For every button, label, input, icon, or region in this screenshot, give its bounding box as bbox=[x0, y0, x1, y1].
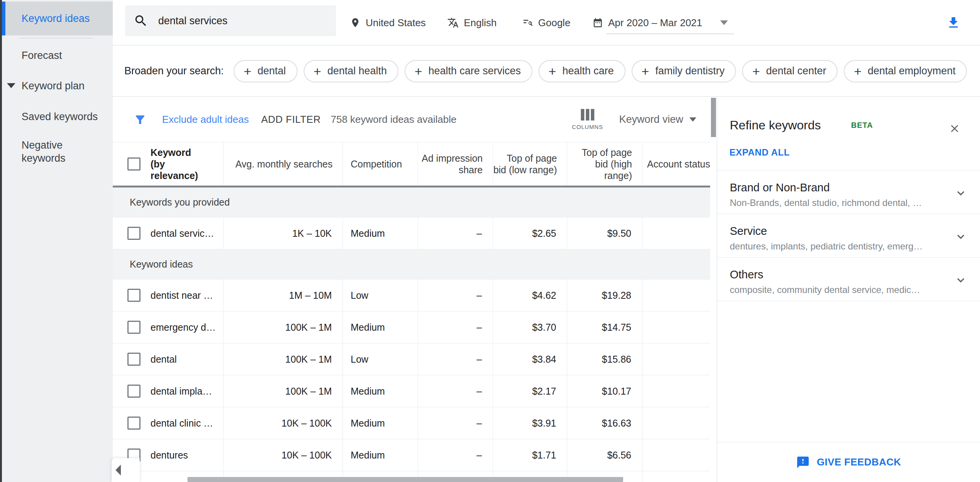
section-title: Keywords you provided bbox=[130, 197, 230, 208]
column-header[interactable]: Top of page bid (high range) bbox=[567, 142, 642, 186]
refine-group[interactable]: Otherscomposite, community dental servic… bbox=[717, 258, 980, 301]
add-filter-button[interactable]: ADD FILTER bbox=[261, 114, 321, 126]
plus-icon: + bbox=[244, 65, 251, 78]
table-row[interactable]: dental100K – 1MLow–$3.84$15.86 bbox=[113, 343, 710, 375]
top-bid-high-cell: $10.17 bbox=[567, 375, 642, 407]
refine-groups: Brand or Non-BrandNon-Brands, dental stu… bbox=[717, 171, 980, 301]
sidebar-divider bbox=[20, 38, 93, 38]
table-row[interactable]: dental impla…100K – 1MMedium–$2.17$10.17 bbox=[113, 375, 710, 407]
row-checkbox[interactable] bbox=[127, 289, 140, 302]
keyword-view-dropdown[interactable]: Keyword view bbox=[619, 114, 696, 126]
select-all-checkbox[interactable] bbox=[127, 157, 140, 171]
refine-group-subtitle: Non-Brands, dental studio, richmond dent… bbox=[730, 197, 945, 208]
give-feedback-label: GIVE FEEDBACK bbox=[817, 456, 901, 468]
sidebar-item-keyword-plan[interactable]: Keyword plan bbox=[22, 80, 85, 92]
broaden-chip-label: dental bbox=[258, 65, 286, 77]
date-underline bbox=[606, 33, 734, 34]
competition-cell: Low bbox=[343, 343, 418, 375]
refine-group-title: Service bbox=[730, 225, 945, 238]
keyword-cell: dentist near … bbox=[113, 279, 224, 311]
top-bid-low-cell: $3.70 bbox=[493, 311, 567, 343]
download-icon bbox=[946, 15, 961, 30]
column-header[interactable]: Account status bbox=[642, 142, 710, 186]
close-icon[interactable] bbox=[948, 122, 961, 135]
sidebar-item-negative-keywords[interactable]: Negative keywords bbox=[22, 139, 91, 165]
table-header-row: Keyword (by relevance)Avg. monthly searc… bbox=[113, 142, 710, 187]
search-icon bbox=[134, 13, 148, 28]
column-header[interactable]: Keyword (by relevance) bbox=[113, 142, 224, 186]
vertical-scrollbar[interactable] bbox=[711, 98, 716, 137]
keyword-text: dental bbox=[151, 354, 177, 365]
language-value: English bbox=[464, 17, 497, 29]
sidebar-item-forecast[interactable]: Forecast bbox=[22, 50, 62, 62]
broaden-chip-label: dental health bbox=[327, 65, 387, 77]
ad-impression-share-cell: – bbox=[418, 343, 493, 375]
columns-button[interactable]: COLUMNS bbox=[572, 109, 603, 130]
chevron-down-icon bbox=[955, 230, 967, 243]
table-row[interactable]: dentures10K – 100KMedium–$1.71$6.56 bbox=[113, 439, 710, 471]
row-checkbox[interactable] bbox=[127, 385, 140, 398]
keyword-text: dentures bbox=[151, 450, 188, 461]
row-checkbox[interactable] bbox=[127, 227, 140, 240]
refine-group[interactable]: Brand or Non-BrandNon-Brands, dental stu… bbox=[717, 171, 980, 214]
keyword-text: dentist near … bbox=[151, 290, 213, 301]
column-header[interactable]: Competition bbox=[343, 142, 418, 186]
horizontal-scrollbar[interactable] bbox=[187, 477, 623, 482]
row-checkbox[interactable] bbox=[127, 321, 140, 334]
beta-badge: BETA bbox=[851, 121, 873, 130]
feedback-icon bbox=[796, 455, 810, 469]
search-input[interactable]: dental services bbox=[125, 5, 336, 36]
refine-group[interactable]: Servicedentures, implants, pediatric den… bbox=[717, 214, 980, 258]
top-bid-low-cell: $4.62 bbox=[493, 279, 567, 311]
refine-group-title: Brand or Non-Brand bbox=[730, 181, 945, 194]
top-bid-low-cell: $3.91 bbox=[493, 407, 567, 439]
language-setting[interactable]: English bbox=[447, 0, 497, 45]
sidebar-item-saved-keywords[interactable]: Saved keywords bbox=[22, 111, 98, 123]
download-button[interactable] bbox=[946, 0, 961, 45]
broaden-chip[interactable]: +dental health bbox=[304, 60, 399, 82]
chevron-down-icon[interactable] bbox=[7, 83, 15, 88]
plus-icon: + bbox=[415, 65, 422, 78]
top-bid-high-cell: $19.28 bbox=[567, 279, 642, 311]
top-bid-high-cell: $6.56 bbox=[567, 439, 642, 471]
table-row[interactable]: dental clinic …10K – 100KMedium–$3.91$16… bbox=[113, 407, 710, 439]
network-setting[interactable]: Google bbox=[522, 0, 570, 45]
broaden-chip-label: health care bbox=[562, 65, 614, 77]
exclude-adult-ideas-link[interactable]: Exclude adult ideas bbox=[162, 114, 249, 126]
location-setting[interactable]: United States bbox=[350, 0, 426, 45]
broaden-chip[interactable]: +family dentistry bbox=[632, 60, 736, 82]
row-checkbox[interactable] bbox=[127, 417, 140, 430]
row-checkbox[interactable] bbox=[127, 353, 140, 366]
table-row[interactable]: dental servic…1K – 10KMedium–$2.65$9.50 bbox=[113, 218, 710, 249]
broaden-chip-label: family dentistry bbox=[655, 65, 724, 77]
collapse-panel-button[interactable] bbox=[112, 458, 140, 482]
broaden-chip[interactable]: +dental bbox=[234, 60, 297, 82]
column-header[interactable]: Ad impression share bbox=[418, 142, 493, 186]
table-row[interactable]: emergency d…100K – 1MMedium–$3.70$14.75 bbox=[113, 311, 710, 343]
column-header[interactable]: Avg. monthly searches bbox=[224, 142, 343, 186]
chevron-left-icon bbox=[115, 465, 121, 475]
top-bid-high-cell: $9.50 bbox=[567, 218, 642, 249]
calendar-icon bbox=[592, 17, 603, 28]
date-range-picker[interactable]: Apr 2020 – Mar 2021 bbox=[592, 0, 728, 45]
filter-icon[interactable] bbox=[134, 113, 147, 126]
expand-all-link[interactable]: EXPAND ALL bbox=[729, 147, 790, 158]
avg-monthly-searches-cell: 1M – 10M bbox=[224, 279, 343, 311]
account-status-cell bbox=[642, 218, 710, 249]
table-row[interactable]: dentist near …1M – 10MLow–$4.62$19.28 bbox=[113, 279, 710, 311]
sidebar: Keyword ideas Forecast Keyword plan Save… bbox=[2, 0, 113, 482]
avg-monthly-searches-cell: 10K – 100K bbox=[224, 439, 343, 471]
column-header[interactable]: Top of page bid (low range) bbox=[493, 142, 567, 186]
broaden-chip[interactable]: +dental employment bbox=[844, 60, 967, 82]
broaden-chip[interactable]: +health care services bbox=[405, 60, 532, 82]
plus-icon: + bbox=[314, 65, 321, 78]
broaden-chip[interactable]: +health care bbox=[538, 60, 625, 82]
translate-icon bbox=[447, 17, 459, 28]
sidebar-item-keyword-ideas[interactable]: Keyword ideas bbox=[2, 2, 113, 35]
broaden-label: Broaden your search: bbox=[124, 65, 224, 77]
broaden-chip[interactable]: +dental center bbox=[742, 60, 838, 82]
avg-monthly-searches-cell: 100K – 1M bbox=[224, 343, 343, 375]
search-network-icon bbox=[522, 17, 533, 28]
competition-cell: Medium bbox=[343, 218, 418, 249]
give-feedback-button[interactable]: GIVE FEEDBACK bbox=[717, 442, 980, 482]
